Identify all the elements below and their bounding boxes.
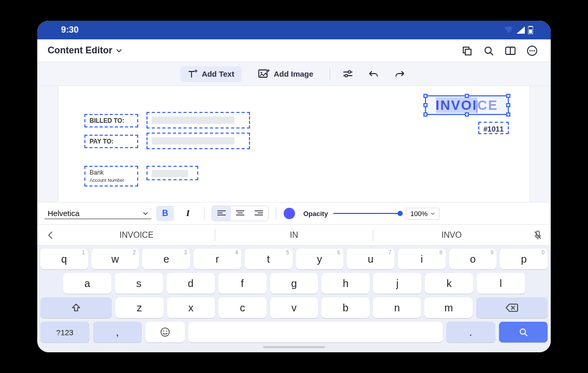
redo-button[interactable] xyxy=(391,66,408,82)
field-pay-to-value[interactable] xyxy=(146,133,250,149)
key-t[interactable]: t5 xyxy=(245,249,292,269)
key-e[interactable]: e3 xyxy=(142,249,190,269)
appbar-title-dropdown[interactable]: Content Editor xyxy=(48,45,123,56)
copy-button[interactable] xyxy=(459,42,475,59)
field-billed-to-label[interactable]: BILLED TO: xyxy=(84,114,138,127)
suggestion-1[interactable]: INVOICE xyxy=(58,231,215,240)
resize-handle[interactable] xyxy=(506,103,510,107)
suggestion-back-button[interactable] xyxy=(42,227,58,243)
resize-handle[interactable] xyxy=(506,112,510,117)
svg-point-18 xyxy=(166,331,167,332)
key-u[interactable]: u7 xyxy=(347,249,394,269)
search-icon xyxy=(483,46,494,56)
key-f[interactable]: f xyxy=(218,273,267,294)
add-image-button[interactable]: Add Image xyxy=(251,66,321,82)
align-center-button[interactable] xyxy=(231,206,249,221)
align-left-icon xyxy=(217,210,226,217)
key-c[interactable]: c xyxy=(218,297,267,318)
align-left-button[interactable] xyxy=(212,206,231,221)
bold-button[interactable]: B xyxy=(156,206,174,221)
field-pay-to-label[interactable]: PAY TO: xyxy=(84,135,138,148)
chevron-down-icon xyxy=(115,47,123,54)
settings-button[interactable] xyxy=(340,66,356,82)
separator xyxy=(204,207,204,220)
resize-handle[interactable] xyxy=(465,94,469,98)
key-d[interactable]: d xyxy=(167,273,215,294)
key-o[interactable]: o9 xyxy=(449,249,497,269)
add-image-label: Add Image xyxy=(274,69,314,78)
key-l[interactable]: l xyxy=(477,273,525,294)
suggestion-2[interactable]: IN xyxy=(215,231,372,240)
key-s[interactable]: s xyxy=(115,273,163,294)
key-i[interactable]: i8 xyxy=(398,249,446,269)
key-k[interactable]: k xyxy=(425,273,473,294)
opacity-value-select[interactable]: 100% xyxy=(406,208,439,220)
font-selector[interactable]: Helvetica xyxy=(45,208,151,219)
emoji-key[interactable] xyxy=(145,322,185,342)
invoice-heading[interactable]: INVOICE xyxy=(436,97,498,113)
text-color-swatch[interactable] xyxy=(284,208,295,219)
resize-handle[interactable] xyxy=(423,112,428,117)
signal-icon xyxy=(517,26,525,34)
italic-button[interactable]: I xyxy=(179,206,197,221)
key-m[interactable]: m xyxy=(424,297,473,318)
search-key[interactable] xyxy=(499,322,548,342)
symbols-key[interactable]: ?123 xyxy=(40,322,90,342)
align-right-button[interactable] xyxy=(249,206,268,221)
shift-icon xyxy=(71,303,81,312)
svg-point-13 xyxy=(348,70,351,73)
search-button[interactable] xyxy=(480,42,497,59)
field-billed-to-value[interactable] xyxy=(146,112,250,128)
shift-key[interactable] xyxy=(40,297,112,318)
undo-button[interactable] xyxy=(365,66,382,82)
home-indicator[interactable] xyxy=(263,346,325,348)
wifi-icon xyxy=(504,26,513,34)
backspace-key[interactable] xyxy=(476,297,548,318)
key-w[interactable]: w2 xyxy=(92,249,139,269)
key-p[interactable]: p0 xyxy=(500,249,548,269)
reader-button[interactable] xyxy=(502,42,519,59)
resize-handle[interactable] xyxy=(423,103,428,107)
more-icon xyxy=(526,45,538,56)
redo-icon xyxy=(394,70,405,78)
key-y[interactable]: y6 xyxy=(296,249,344,269)
resize-handle[interactable] xyxy=(506,94,510,98)
svg-point-8 xyxy=(530,50,531,51)
backspace-icon xyxy=(506,304,518,312)
period-key[interactable]: . xyxy=(446,322,495,342)
key-x[interactable]: x xyxy=(167,297,215,318)
opacity-slider[interactable] xyxy=(333,213,401,214)
field-invoice-number[interactable]: #1011 xyxy=(478,122,509,134)
key-n[interactable]: n xyxy=(373,297,421,318)
opacity-label: Opacity xyxy=(303,210,328,218)
key-q[interactable]: q1 xyxy=(40,249,88,269)
canvas-area[interactable]: INVOICE #1011 BILLED TO: PAY TO: BankAcc… xyxy=(37,86,551,202)
field-bank-value[interactable] xyxy=(146,166,198,180)
status-bar: 9:30 xyxy=(37,21,551,39)
dropdown-icon xyxy=(143,212,148,215)
space-key[interactable] xyxy=(188,322,443,342)
document-page[interactable]: INVOICE #1011 BILLED TO: PAY TO: BankAcc… xyxy=(58,86,530,202)
svg-rect-2 xyxy=(530,26,532,27)
resize-handle[interactable] xyxy=(423,94,428,98)
status-icons xyxy=(504,26,533,34)
key-v[interactable]: v xyxy=(270,297,318,318)
key-j[interactable]: j xyxy=(373,273,421,294)
more-button[interactable] xyxy=(524,42,540,59)
comma-key[interactable]: , xyxy=(93,322,142,342)
add-text-icon xyxy=(187,69,198,79)
key-b[interactable]: b xyxy=(321,297,370,318)
resize-handle[interactable] xyxy=(465,112,469,117)
key-r[interactable]: r4 xyxy=(194,249,241,269)
key-h[interactable]: h xyxy=(321,273,370,294)
mic-button[interactable] xyxy=(530,227,546,243)
field-bank-label[interactable]: BankAccount Number xyxy=(84,166,138,187)
key-g[interactable]: g xyxy=(270,273,318,294)
suggestion-3[interactable]: INVO xyxy=(373,231,530,240)
appbar-title-text: Content Editor xyxy=(48,45,112,56)
key-a[interactable]: a xyxy=(63,273,111,294)
add-text-button[interactable]: Add Text xyxy=(180,66,242,82)
align-right-icon xyxy=(255,210,263,217)
key-z[interactable]: z xyxy=(115,297,164,318)
selected-text-box[interactable]: INVOICE xyxy=(425,95,509,115)
